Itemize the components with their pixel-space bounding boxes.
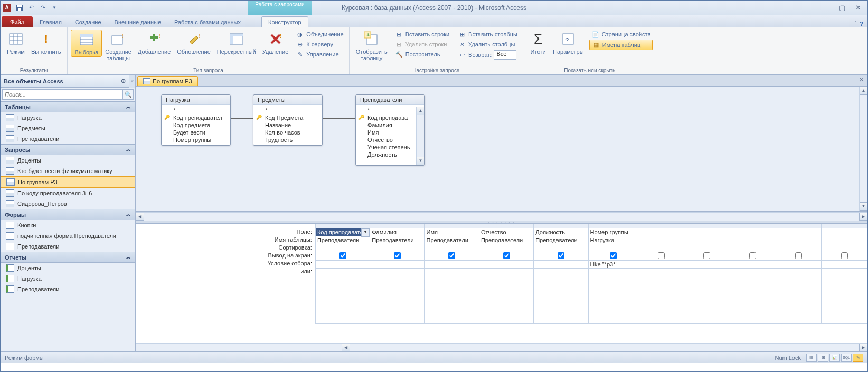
grid-cell[interactable]	[730, 261, 776, 269]
grid-cell[interactable]	[822, 236, 867, 244]
grid-cell[interactable]	[588, 244, 638, 252]
table-field[interactable]: *	[357, 107, 417, 114]
grid-cell[interactable]	[315, 316, 370, 324]
tab-home[interactable]: Главная	[33, 17, 68, 27]
scroll-down-icon[interactable]: ▼	[417, 157, 424, 165]
search-icon[interactable]: 🔍	[123, 89, 134, 100]
table-field[interactable]: Код Предмета	[254, 114, 321, 121]
make-table-button[interactable]: ! Создание таблицы	[102, 30, 135, 62]
grid-cell[interactable]: Фамилия	[370, 228, 424, 236]
grid-cell[interactable]	[424, 244, 479, 252]
grid-cell[interactable]: Отчество	[479, 228, 533, 236]
diagram-vscrollbar[interactable]: ▲ ▼	[859, 87, 867, 211]
nav-search-input[interactable]	[2, 89, 123, 100]
view-datasheet-button[interactable]: ▦	[806, 354, 817, 362]
grid-cell[interactable]	[822, 300, 867, 308]
diagram-pane[interactable]: Нагрузка * Код преподавател Код предмета…	[136, 87, 867, 212]
grid-cell[interactable]	[534, 284, 588, 292]
nav-cat-tables[interactable]: Таблицы︽	[1, 101, 135, 112]
grid-cell[interactable]	[315, 292, 370, 300]
grid-cell[interactable]	[479, 300, 533, 308]
show-checkbox[interactable]	[558, 252, 564, 259]
grid-cell[interactable]	[822, 308, 867, 316]
table-field[interactable]: Трудность	[254, 136, 321, 144]
scroll-down-icon[interactable]: ▼	[860, 202, 867, 211]
grid-cell[interactable]	[638, 236, 684, 244]
grid-cell[interactable]	[822, 316, 867, 324]
grid-cell[interactable]	[684, 276, 730, 284]
close-button[interactable]: ✕	[853, 4, 863, 12]
table-names-button[interactable]: ▦Имена таблиц	[589, 40, 653, 50]
grid-cell[interactable]	[638, 269, 684, 276]
grid-cell[interactable]	[776, 316, 822, 324]
grid-cell[interactable]	[638, 224, 684, 228]
grid-cell[interactable]	[534, 224, 588, 228]
scroll-right-icon[interactable]: ▶	[859, 344, 867, 351]
grid-cell[interactable]	[424, 308, 479, 316]
table-field[interactable]: Код преподава	[357, 114, 417, 121]
show-checkbox[interactable]	[841, 252, 848, 259]
nav-collapse-button[interactable]: «	[129, 75, 135, 88]
totals-button[interactable]: Σ Итоги	[526, 30, 550, 56]
grid-cell[interactable]	[730, 269, 776, 276]
show-checkbox[interactable]	[394, 252, 401, 259]
grid-cell[interactable]	[370, 316, 424, 324]
nav-item-report[interactable]: Нагрузка	[1, 273, 135, 284]
grid-cell[interactable]: Преподаватели	[479, 236, 533, 244]
table-field[interactable]: Кол-во часов	[254, 129, 321, 136]
view-design-button[interactable]: ✎	[853, 354, 863, 362]
grid-cell[interactable]	[822, 228, 867, 236]
nav-item-query[interactable]: Доценты	[1, 155, 135, 166]
nav-item-query[interactable]: По коду преподавателя 3_6	[1, 188, 135, 198]
nav-item-table[interactable]: Нагрузка	[1, 112, 135, 123]
grid-cell[interactable]	[370, 252, 424, 261]
nav-item-form[interactable]: Преподаватели	[1, 241, 135, 252]
grid-cell[interactable]: Преподаватели	[534, 236, 588, 244]
insert-cols-button[interactable]: ⊞Вставить столбцы	[456, 30, 520, 39]
redo-icon[interactable]: ↷	[37, 3, 48, 13]
nav-item-form[interactable]: Кнопки	[1, 220, 135, 231]
grid-cell[interactable]	[730, 308, 776, 316]
grid-cell[interactable]	[424, 252, 479, 261]
grid-cell[interactable]	[534, 316, 588, 324]
grid-cell[interactable]	[315, 224, 370, 228]
grid-cell[interactable]	[638, 308, 684, 316]
passthrough-button[interactable]: ⊕К серверу	[294, 40, 345, 49]
tab-database-tools[interactable]: Работа с базами данных	[168, 17, 247, 27]
delete-button[interactable]: ! Удаление	[259, 30, 292, 56]
grid-cell[interactable]	[730, 252, 776, 261]
grid-cell[interactable]	[370, 308, 424, 316]
grid-cell[interactable]	[424, 224, 479, 228]
grid-cell[interactable]	[588, 224, 638, 228]
query-grid[interactable]: Код преподаватеФамилияИмяОтчествоДолжнос…	[315, 224, 867, 324]
grid-cell[interactable]	[822, 244, 867, 252]
table-field[interactable]: Имя	[357, 129, 417, 136]
grid-cell[interactable]	[534, 261, 588, 269]
grid-cell[interactable]	[730, 300, 776, 308]
run-button[interactable]: ! Выполнить	[28, 30, 64, 56]
grid-cell[interactable]	[534, 276, 588, 284]
grid-cell[interactable]	[315, 261, 370, 269]
nav-cat-forms[interactable]: Формы︽	[1, 209, 135, 220]
grid-cell[interactable]	[638, 261, 684, 269]
grid-cell[interactable]: Код преподавате	[315, 228, 370, 236]
nav-dropdown-icon[interactable]: ⊙	[121, 78, 126, 84]
grid-cell[interactable]	[424, 269, 479, 276]
grid-cell[interactable]: Имя	[424, 228, 479, 236]
grid-cell[interactable]	[684, 236, 730, 244]
grid-cell[interactable]	[588, 300, 638, 308]
ribbon-minimize-icon[interactable]: ˆ	[855, 21, 857, 27]
view-sql-button[interactable]: SQL	[841, 354, 852, 362]
grid-cell[interactable]	[776, 261, 822, 269]
params-button[interactable]: ? Параметры	[550, 30, 587, 56]
grid-cell[interactable]	[534, 244, 588, 252]
show-checkbox[interactable]	[749, 252, 756, 259]
grid-cell[interactable]	[588, 308, 638, 316]
grid-cell[interactable]: Преподаватели	[315, 236, 370, 244]
grid-cell[interactable]	[479, 261, 533, 269]
grid-cell[interactable]	[730, 284, 776, 292]
grid-cell[interactable]	[776, 228, 822, 236]
grid-cell[interactable]	[776, 292, 822, 300]
nav-item-table[interactable]: Преподаватели	[1, 133, 135, 144]
table-box-predmety[interactable]: Предметы * Код Предмета Название Кол-во …	[253, 94, 323, 146]
